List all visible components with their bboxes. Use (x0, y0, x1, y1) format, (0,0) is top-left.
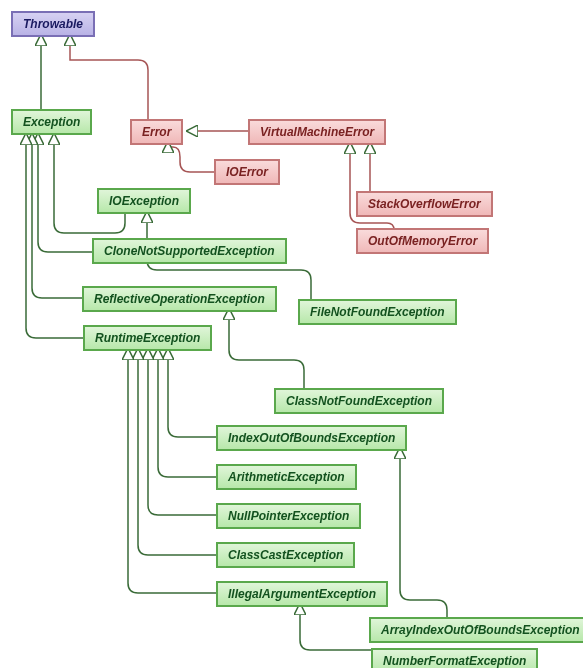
class-io-error: IOError (214, 159, 280, 185)
label: Error (142, 125, 171, 139)
class-error: Error (130, 119, 183, 145)
label: Throwable (23, 17, 83, 31)
class-index-out-of-bounds-exception: IndexOutOfBoundsException (216, 425, 407, 451)
label: VirtualMachineError (260, 125, 374, 139)
class-array-index-out-of-bounds-exception: ArrayIndexOutOfBoundsException (369, 617, 583, 643)
label: IndexOutOfBoundsException (228, 431, 395, 445)
class-exception: Exception (11, 109, 92, 135)
label: ClassCastException (228, 548, 343, 562)
label: ArithmeticException (228, 470, 345, 484)
label: ClassNotFoundException (286, 394, 432, 408)
label: NumberFormatException (383, 654, 526, 668)
label: OutOfMemoryError (368, 234, 477, 248)
label: StackOverflowError (368, 197, 481, 211)
class-runtime-exception: RuntimeException (83, 325, 212, 351)
class-io-exception: IOException (97, 188, 191, 214)
class-throwable: Throwable (11, 11, 95, 37)
label: NullPointerException (228, 509, 349, 523)
class-class-cast-exception: ClassCastException (216, 542, 355, 568)
label: ArrayIndexOutOfBoundsException (381, 623, 580, 637)
class-number-format-exception: NumberFormatException (371, 648, 538, 668)
class-illegal-argument-exception: IllegalArgumentException (216, 581, 388, 607)
label: IOError (226, 165, 268, 179)
label: IOException (109, 194, 179, 208)
class-class-not-found-exception: ClassNotFoundException (274, 388, 444, 414)
label: ReflectiveOperationException (94, 292, 265, 306)
class-arithmetic-exception: ArithmeticException (216, 464, 357, 490)
class-null-pointer-exception: NullPointerException (216, 503, 361, 529)
class-virtual-machine-error: VirtualMachineError (248, 119, 386, 145)
class-stack-overflow-error: StackOverflowError (356, 191, 493, 217)
class-file-not-found-exception: FileNotFoundException (298, 299, 457, 325)
label: IllegalArgumentException (228, 587, 376, 601)
label: FileNotFoundException (310, 305, 445, 319)
class-clone-not-supported-exception: CloneNotSupportedException (92, 238, 287, 264)
label: RuntimeException (95, 331, 200, 345)
label: Exception (23, 115, 80, 129)
class-out-of-memory-error: OutOfMemoryError (356, 228, 489, 254)
label: CloneNotSupportedException (104, 244, 275, 258)
class-reflective-operation-exception: ReflectiveOperationException (82, 286, 277, 312)
